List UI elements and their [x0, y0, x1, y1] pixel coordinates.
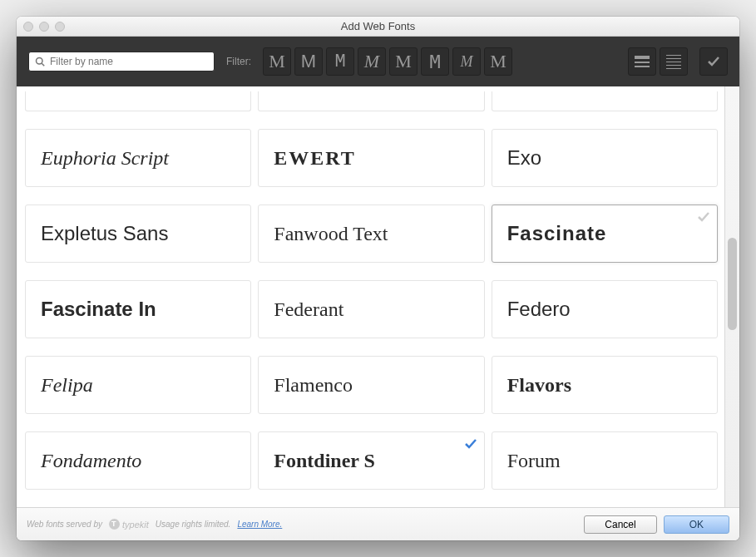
search-wrap [28, 52, 215, 71]
titlebar: Add Web Fonts [17, 17, 739, 37]
font-name-label: Flamenco [274, 374, 353, 397]
search-input[interactable] [28, 52, 215, 71]
font-card-federo[interactable]: Federo [492, 280, 718, 338]
font-card-exo[interactable]: Exo [492, 129, 718, 187]
typekit-brand-label: typekit [122, 520, 149, 530]
font-name-label: Expletus Sans [41, 222, 168, 245]
ok-button[interactable]: OK [664, 515, 729, 534]
add-web-fonts-dialog: Add Web Fonts Filter: M M M M M M M M [17, 17, 739, 540]
style-filters: M M M M M M M M [263, 47, 512, 76]
filter-mono[interactable]: M [421, 47, 449, 76]
font-card[interactable] [492, 91, 718, 111]
toolbar: Filter: M M M M M M M M [17, 37, 739, 86]
close-button[interactable] [23, 22, 33, 32]
window-controls [23, 22, 65, 32]
filter-script[interactable]: M [358, 47, 386, 76]
filter-sans[interactable]: M [294, 47, 323, 76]
font-name-label: Fondamento [41, 450, 141, 472]
filter-label: Filter: [226, 56, 251, 67]
font-card-fontdiner-swanky[interactable]: Fontdiner S [258, 431, 484, 490]
font-name-label: Federant [274, 298, 343, 321]
font-name-label: Flavors [507, 374, 571, 397]
svg-point-0 [37, 58, 43, 65]
font-name-label: Euphoria Script [41, 147, 169, 170]
filter-hand[interactable]: M [452, 47, 481, 76]
checkmark-icon [697, 210, 710, 224]
font-name-label: Fascinate [507, 222, 607, 245]
font-name-label: Federo [507, 298, 571, 321]
font-name-label: Exo [507, 146, 541, 170]
font-card-ewert[interactable]: EWERT [258, 129, 484, 187]
font-card-fondamento[interactable]: Fondamento [25, 431, 251, 490]
footer: Web fonts served by typekit Usage rights… [17, 507, 739, 540]
minimize-button[interactable] [39, 22, 49, 32]
font-name-label: EWERT [274, 147, 356, 170]
font-name-label: Fascinate In [41, 298, 156, 321]
font-card-flavors[interactable]: Flavors [492, 356, 718, 414]
font-card[interactable] [25, 91, 251, 111]
check-icon [706, 54, 721, 69]
filter-decorative[interactable]: M [484, 47, 512, 76]
view-grid[interactable] [628, 47, 656, 76]
font-card-expletus-sans[interactable]: Expletus Sans [25, 205, 251, 263]
filter-blackletter[interactable]: M [389, 47, 418, 76]
font-name-label: Fanwood Text [274, 223, 388, 245]
typekit-badge: typekit [109, 519, 149, 530]
view-list[interactable] [660, 47, 688, 76]
checkmark-icon [464, 437, 477, 451]
search-icon [35, 57, 45, 67]
view-toggle-group [628, 47, 688, 76]
window-title: Add Web Fonts [23, 20, 733, 32]
cancel-button[interactable]: Cancel [584, 515, 656, 534]
font-card-fanwood-text[interactable]: Fanwood Text [258, 205, 484, 263]
font-card-felipa[interactable]: Felipa [25, 356, 251, 414]
font-name-label: Fontdiner S [274, 450, 375, 472]
learn-more-link[interactable]: Learn More. [237, 520, 282, 529]
font-card-forum[interactable]: Forum [492, 431, 718, 490]
font-card-fascinate[interactable]: Fascinate [492, 205, 718, 263]
font-card-federant[interactable]: Federant [258, 280, 484, 338]
font-card-fascinate-inline[interactable]: Fascinate In [25, 280, 251, 338]
typekit-logo-icon [109, 519, 120, 530]
font-name-label: Felipa [41, 374, 93, 397]
zoom-button[interactable] [55, 22, 65, 32]
scroll-thumb[interactable] [728, 238, 737, 330]
font-card[interactable] [258, 91, 484, 111]
content: Euphoria Script EWERT Exo Expletus Sans … [17, 86, 739, 507]
font-name-label: Forum [507, 450, 561, 472]
font-card-flamenco[interactable]: Flamenco [258, 356, 484, 414]
usage-rights-label: Usage rights limited. [156, 520, 231, 529]
font-grid[interactable]: Euphoria Script EWERT Exo Expletus Sans … [17, 86, 724, 507]
filter-serif[interactable]: M [263, 47, 291, 76]
font-card-euphoria-script[interactable]: Euphoria Script [25, 129, 251, 187]
served-by-label: Web fonts served by [27, 520, 102, 529]
filter-slab[interactable]: M [326, 47, 354, 76]
svg-line-1 [42, 63, 44, 66]
scrollbar[interactable] [724, 86, 739, 507]
show-selected-toggle[interactable] [699, 47, 728, 76]
